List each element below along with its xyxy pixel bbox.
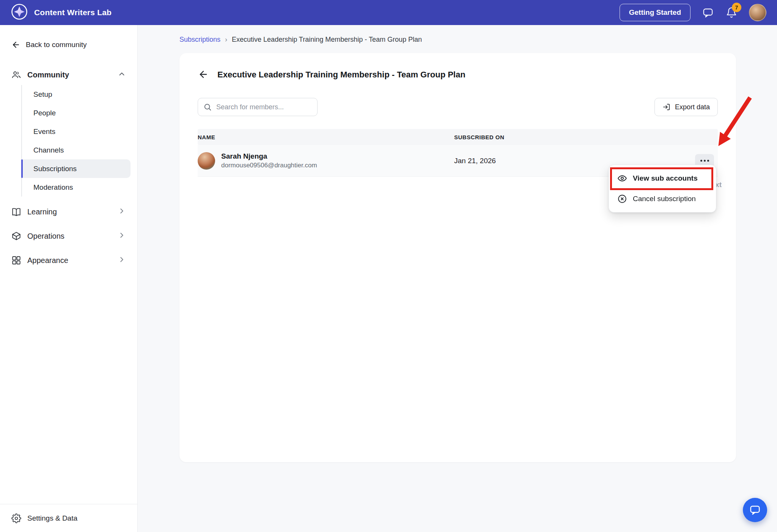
- back-to-community-label: Back to community: [26, 41, 87, 49]
- breadcrumb-current: Executive Leadership Training Membership…: [232, 36, 422, 44]
- brand: Content Writers Lab: [11, 3, 112, 22]
- column-header-name: NAME: [198, 134, 454, 140]
- breadcrumb: Subscriptions › Executive Leadership Tra…: [179, 35, 736, 44]
- chevron-right-icon: [118, 207, 126, 217]
- user-avatar[interactable]: [749, 4, 766, 21]
- getting-started-button[interactable]: Getting Started: [620, 4, 690, 21]
- messages-icon[interactable]: [702, 6, 714, 19]
- eye-icon: [617, 173, 627, 183]
- search-icon: [203, 103, 212, 111]
- gear-icon: [11, 513, 21, 523]
- page-title: Executive Leadership Training Membership…: [217, 70, 466, 80]
- sidebar-item-subscriptions[interactable]: Subscriptions: [22, 159, 131, 178]
- sidebar-item-setup[interactable]: Setup: [22, 85, 131, 104]
- menu-item-view-sub-accounts[interactable]: View sub accounts: [609, 168, 716, 189]
- app-logo-icon: [11, 3, 28, 22]
- top-bar: Content Writers Lab Getting Started 7: [0, 0, 777, 25]
- breadcrumb-subscriptions-link[interactable]: Subscriptions: [179, 36, 220, 44]
- export-icon: [662, 103, 671, 111]
- main-content: Subscriptions › Executive Leadership Tra…: [138, 25, 777, 532]
- sidebar-item-people[interactable]: People: [22, 104, 131, 122]
- chevron-right-icon: [118, 231, 126, 241]
- breadcrumb-separator-icon: ›: [225, 36, 227, 44]
- layout-grid-icon: [11, 255, 21, 265]
- member-name: Sarah Njenga: [221, 152, 317, 161]
- chevron-up-icon: [118, 70, 126, 80]
- member-search: [198, 98, 318, 116]
- sidebar-section-learning[interactable]: Learning: [0, 200, 137, 223]
- app-title: Content Writers Lab: [34, 8, 112, 17]
- export-data-button[interactable]: Export data: [654, 98, 718, 116]
- community-icon: [11, 70, 21, 80]
- chat-bubble-icon: [749, 504, 761, 516]
- row-actions-menu: View sub accounts Cancel subscription: [609, 165, 716, 212]
- subscribed-on-date: Jan 21, 2026: [454, 157, 672, 165]
- back-to-community-link[interactable]: Back to community: [0, 25, 137, 52]
- sidebar-section-appearance[interactable]: Appearance: [0, 249, 137, 272]
- sidebar: Back to community Community Setup People…: [0, 25, 138, 532]
- community-subitems: Setup People Events Channels Subscriptio…: [21, 85, 137, 197]
- subscription-detail-card: Executive Leadership Training Membership…: [179, 53, 736, 462]
- menu-item-cancel-subscription[interactable]: Cancel subscription: [609, 189, 716, 209]
- community-label: Community: [27, 71, 69, 79]
- sidebar-item-events[interactable]: Events: [22, 122, 131, 141]
- arrow-left-icon: [198, 69, 209, 80]
- sidebar-section-community[interactable]: Community: [0, 67, 137, 83]
- search-input[interactable]: [198, 98, 318, 116]
- chevron-right-icon: [118, 255, 126, 266]
- sidebar-item-moderations[interactable]: Moderations: [22, 178, 131, 197]
- sidebar-item-channels[interactable]: Channels: [22, 141, 131, 159]
- notifications-bell-icon[interactable]: 7: [725, 6, 738, 19]
- table-header-row: NAME SUBSCRIBED ON: [198, 129, 718, 145]
- sidebar-section-operations[interactable]: Operations: [0, 225, 137, 247]
- book-icon: [11, 207, 21, 217]
- column-header-subscribed-on: SUBSCRIBED ON: [454, 134, 672, 140]
- box-icon: [11, 231, 21, 241]
- arrow-left-icon: [11, 40, 20, 49]
- member-email: dormouse09506@draughtier.com: [221, 162, 317, 169]
- chat-launcher-button[interactable]: [743, 498, 767, 522]
- back-button[interactable]: [198, 69, 209, 80]
- notification-count-badge: 7: [732, 3, 741, 12]
- x-circle-icon: [617, 194, 627, 204]
- member-avatar: [198, 152, 215, 170]
- settings-and-data-link[interactable]: Settings & Data: [0, 504, 137, 532]
